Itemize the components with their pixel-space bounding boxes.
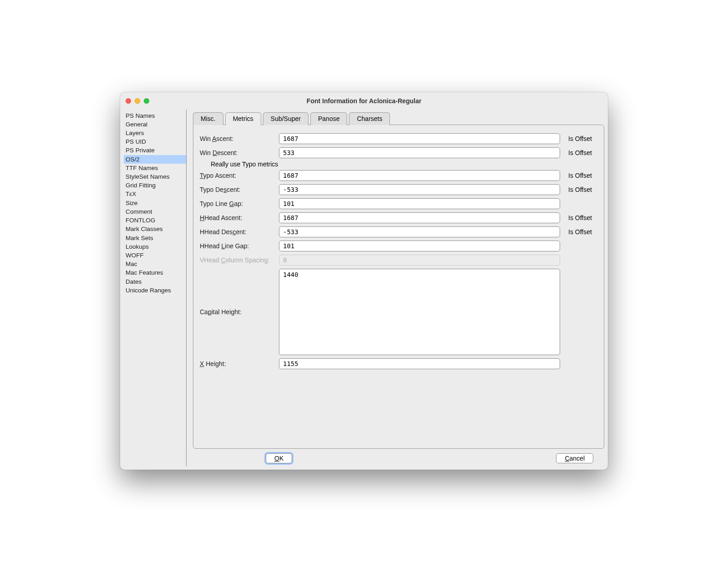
- sidebar-item-unicode-ranges[interactable]: Unicode Ranges: [124, 286, 186, 295]
- row-win-descent: Win Descent: Is Offset: [200, 147, 597, 158]
- row-x-height: X Height:: [200, 358, 597, 369]
- typo-descent-input[interactable]: [279, 184, 560, 195]
- win-descent-label: Win Descent:: [200, 149, 279, 156]
- sidebar-item-t-x[interactable]: TεX: [124, 190, 186, 199]
- is-offset-label[interactable]: Is Offset: [560, 172, 597, 179]
- titlebar: Font Information for Aclonica-Regular: [120, 92, 608, 110]
- win-ascent-input[interactable]: [279, 133, 560, 144]
- sidebar-item-layers[interactable]: Layers: [124, 129, 186, 137]
- row-typo-linegap: Typo Line Gap:: [200, 198, 597, 209]
- sidebar-item-lookups[interactable]: Lookups: [124, 242, 186, 251]
- sidebar-item-ttf-names[interactable]: TTF Names: [124, 164, 186, 172]
- x-height-input[interactable]: [279, 358, 560, 369]
- x-height-label: X Height:: [200, 360, 279, 367]
- row-hhead-linegap: HHead Line Gap:: [200, 241, 597, 251]
- tab-misc-[interactable]: Misc.: [193, 112, 223, 125]
- is-offset-label[interactable]: Is Offset: [560, 149, 597, 156]
- sidebar-item-styleset-names[interactable]: StyleSet Names: [124, 173, 186, 181]
- use-typo-checkbox-row[interactable]: Really use Typo metrics: [200, 161, 597, 168]
- cancel-button[interactable]: Cancel: [556, 453, 593, 463]
- hhead-linegap-label: HHead Line Gap:: [200, 242, 279, 250]
- close-icon[interactable]: [126, 98, 131, 104]
- hhead-linegap-input[interactable]: [279, 241, 560, 251]
- sidebar-item-grid-fitting[interactable]: Grid Fitting: [124, 181, 186, 190]
- tab-panose[interactable]: Panose: [310, 112, 347, 125]
- sidebar-item-comment[interactable]: Comment: [124, 207, 186, 216]
- content-area: PS NamesGeneralLayersPS UIDPS PrivateOS/…: [120, 110, 608, 470]
- row-hhead-ascent: HHead Ascent: Is Offset: [200, 212, 597, 223]
- hhead-descent-label: HHead Descent:: [200, 228, 279, 236]
- is-offset-label[interactable]: Is Offset: [560, 135, 597, 142]
- win-ascent-label: Win Ascent:: [200, 135, 279, 142]
- vhead-spacing-label: VHead Column Spacing:: [200, 256, 279, 264]
- row-vhead-spacing: VHead Column Spacing:: [200, 255, 597, 266]
- win-descent-input[interactable]: [279, 147, 560, 158]
- hhead-ascent-input[interactable]: [279, 212, 560, 223]
- sidebar: PS NamesGeneralLayersPS UIDPS PrivateOS/…: [124, 110, 187, 466]
- tab-sub-super[interactable]: Sub/Super: [263, 112, 308, 125]
- is-offset-label[interactable]: Is Offset: [560, 228, 597, 236]
- typo-linegap-label: Typo Line Gap:: [200, 200, 279, 207]
- main-panel: Misc.MetricsSub/SuperPanoseCharsets Win …: [187, 110, 604, 466]
- row-typo-ascent: Typo Ascent: Is Offset: [200, 170, 597, 181]
- ok-button[interactable]: OK: [266, 453, 292, 463]
- footer: OK Cancel: [193, 449, 604, 466]
- font-info-window: Font Information for Aclonica-Regular PS…: [120, 92, 608, 470]
- sidebar-item-fontlog[interactable]: FONTLOG: [124, 216, 186, 225]
- is-offset-label[interactable]: Is Offset: [560, 186, 597, 193]
- metrics-pane: Win Ascent: Is Offset Win Descent: Is Of…: [193, 125, 604, 449]
- sidebar-item-general[interactable]: General: [124, 120, 186, 129]
- sidebar-item-dates[interactable]: Dates: [124, 277, 186, 286]
- sidebar-item-mark-classes[interactable]: Mark Classes: [124, 225, 186, 234]
- window-title: Font Information for Aclonica-Regular: [120, 97, 608, 105]
- capital-height-input[interactable]: [279, 269, 560, 355]
- row-hhead-descent: HHead Descent: Is Offset: [200, 226, 597, 237]
- typo-ascent-label: Typo Ascent:: [200, 172, 279, 179]
- minimize-icon[interactable]: [135, 98, 140, 104]
- sidebar-item-woff[interactable]: WOFF: [124, 251, 186, 260]
- typo-ascent-input[interactable]: [279, 170, 560, 181]
- is-offset-label[interactable]: Is Offset: [560, 214, 597, 221]
- row-win-ascent: Win Ascent: Is Offset: [200, 133, 597, 144]
- sidebar-item-mac-features[interactable]: Mac Features: [124, 269, 186, 277]
- sidebar-item-size[interactable]: Size: [124, 199, 186, 207]
- tab-metrics[interactable]: Metrics: [225, 112, 261, 125]
- capital-height-label: Capital Height:: [200, 308, 279, 316]
- sidebar-item-mark-sets[interactable]: Mark Sets: [124, 234, 186, 242]
- sidebar-item-os-2[interactable]: OS/2: [124, 155, 186, 164]
- tab-bar: Misc.MetricsSub/SuperPanoseCharsets: [193, 112, 604, 125]
- sidebar-item-ps-names[interactable]: PS Names: [124, 111, 186, 120]
- row-typo-descent: Typo Descent: Is Offset: [200, 184, 597, 195]
- sidebar-item-mac[interactable]: Mac: [124, 260, 186, 269]
- typo-descent-label: Typo Descent:: [200, 186, 279, 193]
- use-typo-label: Really use Typo metrics: [211, 161, 278, 168]
- vhead-spacing-input: [279, 255, 560, 266]
- hhead-ascent-label: HHead Ascent:: [200, 214, 279, 221]
- hhead-descent-input[interactable]: [279, 226, 560, 237]
- typo-linegap-input[interactable]: [279, 198, 560, 209]
- sidebar-item-ps-private[interactable]: PS Private: [124, 146, 186, 155]
- sidebar-item-ps-uid[interactable]: PS UID: [124, 138, 186, 146]
- zoom-icon[interactable]: [144, 98, 149, 104]
- traffic-lights: [126, 98, 149, 104]
- row-capital-height: Capital Height:: [200, 269, 597, 355]
- tab-charsets[interactable]: Charsets: [349, 112, 390, 125]
